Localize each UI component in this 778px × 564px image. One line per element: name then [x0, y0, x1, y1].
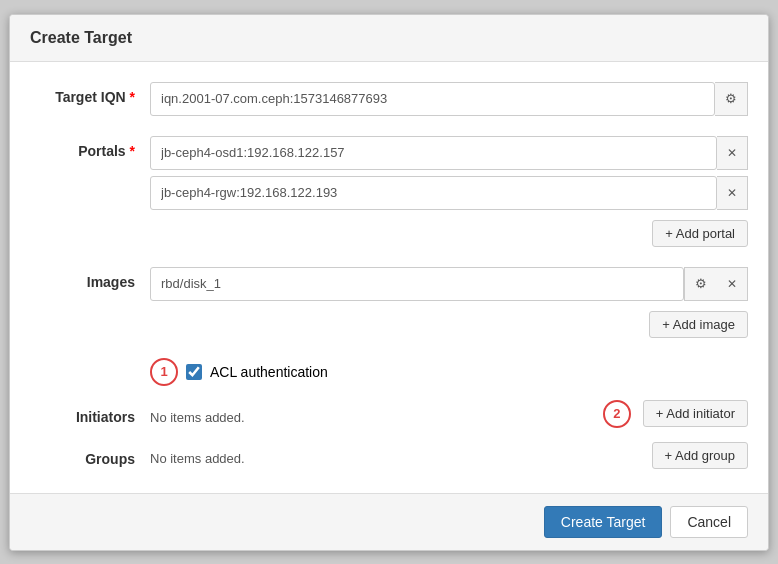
- add-initiator-button[interactable]: + Add initiator: [643, 400, 748, 427]
- groups-row: Groups No items added. + Add group: [30, 442, 748, 469]
- images-row: Images + Add image: [30, 267, 748, 344]
- target-iqn-settings-button[interactable]: [715, 82, 748, 116]
- gear-icon: [695, 276, 707, 291]
- portal2-remove-button[interactable]: [717, 176, 748, 210]
- acl-label: ACL authentication: [210, 364, 328, 380]
- badge-2: 2: [603, 400, 631, 428]
- dialog-header: Create Target: [10, 15, 768, 62]
- target-iqn-row: Target IQN *: [30, 82, 748, 122]
- close-icon: [727, 185, 737, 200]
- cancel-button[interactable]: Cancel: [670, 506, 748, 538]
- close-icon: [727, 145, 737, 160]
- portal2-input-group: [150, 176, 748, 210]
- initiators-empty: No items added.: [150, 403, 603, 425]
- add-image-row: + Add image: [150, 307, 748, 338]
- initiators-row: Initiators No items added. 2 + Add initi…: [30, 400, 748, 428]
- create-target-dialog: Create Target Target IQN * Portals: [9, 14, 769, 551]
- target-iqn-input[interactable]: [150, 82, 715, 116]
- close-icon: [727, 276, 737, 291]
- portal1-input-group: [150, 136, 748, 170]
- image1-input[interactable]: [150, 267, 684, 301]
- portals-label: Portals *: [30, 136, 150, 159]
- badge-1: 1: [150, 358, 178, 386]
- dialog-footer: Create Target Cancel: [10, 493, 768, 550]
- image1-settings-button[interactable]: [684, 267, 717, 301]
- target-iqn-input-group: [150, 82, 748, 116]
- portal1-input[interactable]: [150, 136, 717, 170]
- initiators-label: Initiators: [30, 402, 150, 425]
- groups-empty: No items added.: [150, 444, 652, 466]
- add-group-button[interactable]: + Add group: [652, 442, 748, 469]
- portals-row: Portals * + Add portal: [30, 136, 748, 253]
- image1-remove-button[interactable]: [717, 267, 748, 301]
- portals-content: + Add portal: [150, 136, 748, 253]
- target-iqn-content: [150, 82, 748, 122]
- portal2-input[interactable]: [150, 176, 717, 210]
- target-iqn-label: Target IQN *: [30, 82, 150, 105]
- gear-icon: [725, 91, 737, 106]
- images-content: + Add image: [150, 267, 748, 344]
- dialog-title: Create Target: [30, 29, 748, 47]
- add-image-button[interactable]: + Add image: [649, 311, 748, 338]
- create-target-button[interactable]: Create Target: [544, 506, 663, 538]
- image1-input-group: [150, 267, 748, 301]
- acl-checkbox[interactable]: [186, 364, 202, 380]
- dialog-body: Target IQN * Portals *: [10, 62, 768, 493]
- images-label: Images: [30, 267, 150, 290]
- add-portal-button[interactable]: + Add portal: [652, 220, 748, 247]
- groups-label: Groups: [30, 444, 150, 467]
- acl-row: 1 ACL authentication: [30, 358, 748, 386]
- portal1-remove-button[interactable]: [717, 136, 748, 170]
- add-portal-row: + Add portal: [150, 216, 748, 247]
